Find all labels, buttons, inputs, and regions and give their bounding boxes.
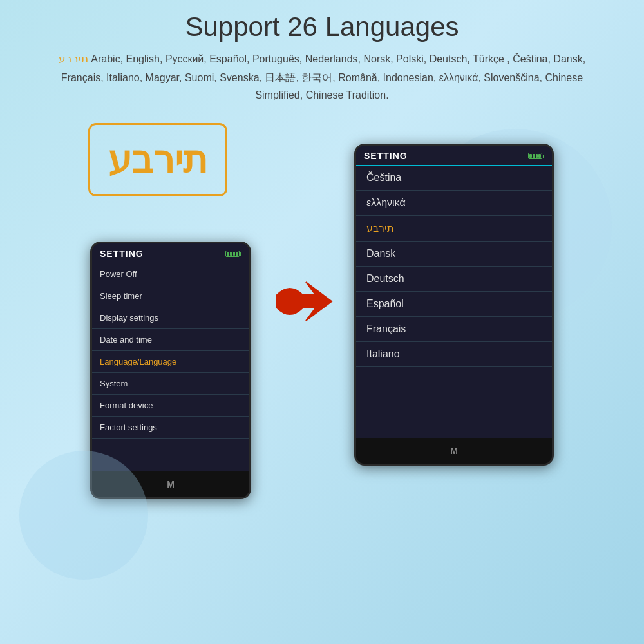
menu-item-left-7[interactable]: Factort settings <box>92 417 249 439</box>
screen-title-left: SETTING <box>100 249 144 259</box>
screen-header-right: SETTING <box>356 146 552 166</box>
main-content: תירבע SETTING <box>0 104 644 499</box>
device-left: SETTING Power Off Sleep timer <box>90 242 251 499</box>
device-right: SETTING Čeština ελληνικά תירבע Dansk <box>354 144 554 466</box>
menu-list-left: Power Off Sleep timer Display settings D… <box>92 263 249 439</box>
menu-item-left-1[interactable]: Sleep timer <box>92 285 249 307</box>
device-left-bottom-label: M <box>167 479 175 489</box>
menu-item-left-3[interactable]: Date and time <box>92 329 249 351</box>
languages-list: Arabic, English, Русский, Español, Portu… <box>61 53 585 100</box>
languages-description: תירבע Arabic, English, Русский, Español,… <box>0 43 644 104</box>
menu-item-right-3[interactable]: Dansk <box>356 242 552 267</box>
menu-item-right-6[interactable]: Français <box>356 317 552 342</box>
device-left-screen: SETTING Power Off Sleep timer <box>92 243 249 471</box>
menu-item-left-2[interactable]: Display settings <box>92 307 249 329</box>
menu-item-right-2[interactable]: תירבע <box>356 216 552 242</box>
device-right-screen: SETTING Čeština ελληνικά תירבע Dansk <box>356 146 552 438</box>
menu-item-right-7[interactable]: Italiano <box>356 342 552 367</box>
arrow-icon <box>270 276 335 327</box>
hebrew-inline: תירבע <box>59 53 88 65</box>
hebrew-box-text: תירבע <box>108 138 207 180</box>
battery-icon-right <box>528 153 544 159</box>
screen-title-right: SETTING <box>364 151 408 161</box>
menu-list-right: Čeština ελληνικά תירבע Dansk Deutsch Esp… <box>356 166 552 367</box>
hebrew-box: תירבע <box>88 123 227 196</box>
menu-item-left-5[interactable]: System <box>92 373 249 395</box>
device-right-bottom: M <box>356 438 552 464</box>
menu-item-right-4[interactable]: Deutsch <box>356 267 552 292</box>
device-left-bottom: M <box>92 471 249 497</box>
menu-item-right-0[interactable]: Čeština <box>356 166 552 191</box>
menu-item-left-6[interactable]: Format device <box>92 395 249 417</box>
menu-item-left-0[interactable]: Power Off <box>92 263 249 285</box>
menu-item-right-5[interactable]: Español <box>356 292 552 317</box>
menu-item-left-4[interactable]: Language/Language <box>92 351 249 373</box>
screen-header-left: SETTING <box>92 243 249 263</box>
battery-icon-left <box>225 251 242 257</box>
device-right-bottom-label: M <box>450 446 458 456</box>
menu-item-right-1[interactable]: ελληνικά <box>356 191 552 216</box>
page-title: Support 26 Languages <box>0 0 644 43</box>
